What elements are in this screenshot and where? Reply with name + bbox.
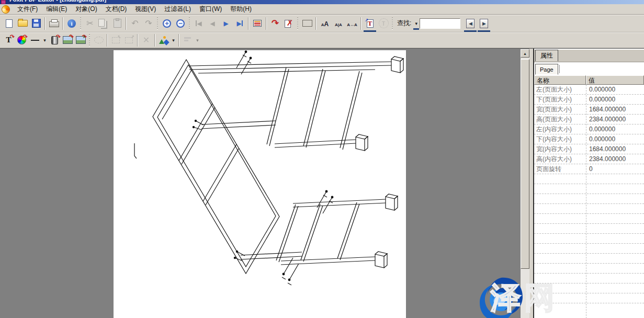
find-previous-button[interactable]: ◀ bbox=[464, 17, 477, 30]
font-size-icon: AA bbox=[321, 19, 329, 28]
insert-page-button[interactable]: ↷ bbox=[268, 17, 282, 30]
table-row[interactable]: 宽(内容大小)1684.000000 bbox=[534, 144, 644, 154]
column-header-name[interactable]: 名称 bbox=[534, 75, 586, 85]
menu-view[interactable]: 视图(V) bbox=[131, 4, 160, 15]
table-row[interactable]: 下(页面大小)0.000000 bbox=[534, 95, 644, 105]
hatch-tool-button[interactable] bbox=[300, 17, 314, 30]
next-page-button[interactable]: ▶ bbox=[219, 17, 233, 30]
property-name: 下(内容大小) bbox=[536, 135, 572, 144]
empty-row bbox=[534, 264, 644, 274]
find-next-button[interactable]: ▶ bbox=[477, 17, 491, 30]
red-arrow-icon: ↷ bbox=[82, 34, 87, 40]
text-caret bbox=[134, 143, 137, 158]
blue-arrow-icon: ↗ bbox=[365, 18, 369, 22]
copy-button[interactable] bbox=[97, 17, 110, 30]
table-header: 名称 值 bbox=[534, 75, 644, 85]
delete-x-icon: ✕ bbox=[143, 36, 150, 44]
circle-T-icon: T bbox=[379, 18, 389, 28]
delete-object-button[interactable]: ✕ bbox=[140, 34, 153, 47]
align-button[interactable] bbox=[181, 34, 194, 47]
table-row[interactable]: 宽(页面大小)1684.000000 bbox=[534, 105, 644, 115]
zoom-in-icon: + bbox=[163, 19, 171, 28]
document-page[interactable] bbox=[114, 50, 406, 318]
menu-help[interactable]: 帮助(H) bbox=[226, 4, 256, 15]
delete-page-button[interactable]: ✗ bbox=[282, 17, 296, 30]
transform-cw-button[interactable] bbox=[122, 34, 135, 47]
table-row[interactable]: 高(内容大小)2384.000000 bbox=[534, 154, 644, 164]
page-layout-button[interactable] bbox=[251, 17, 264, 30]
property-name: 高(页面大小) bbox=[536, 115, 572, 124]
shapes-dropdown[interactable]: ▾ bbox=[170, 36, 177, 45]
toolbar-standard: i ✂ ↶ ↷ + − ◀ ◀ ▶ ▶ ↷ ✗ AA A|A A↔A T↗ T … bbox=[0, 15, 644, 32]
menu-document[interactable]: 文档(D) bbox=[101, 4, 131, 15]
table-row[interactable]: 下(内容大小)0.000000 bbox=[534, 134, 644, 144]
kerning-button[interactable]: A|A bbox=[332, 17, 345, 30]
menu-filter[interactable]: 过滤器(L) bbox=[160, 4, 195, 15]
scroll-up-button[interactable]: ▲ bbox=[521, 49, 529, 58]
find-input[interactable] bbox=[420, 18, 460, 29]
shading-object-button[interactable]: ↷ bbox=[48, 34, 61, 47]
lasso-icon bbox=[94, 37, 104, 43]
find-dropdown-button[interactable]: ▾ bbox=[413, 19, 420, 28]
tab-divider bbox=[559, 65, 560, 73]
paste-button[interactable] bbox=[110, 17, 124, 30]
info-icon: i bbox=[67, 19, 76, 28]
table-row[interactable]: 左(内容大小)0.000000 bbox=[534, 124, 644, 134]
table-row[interactable]: 左(页面大小)0.000000 bbox=[534, 85, 644, 95]
line-style-dropdown[interactable]: ▾ bbox=[41, 36, 48, 45]
add-text-button[interactable]: T↗ bbox=[363, 17, 377, 30]
info-button[interactable]: i bbox=[65, 17, 78, 30]
transform-ccw-button[interactable] bbox=[109, 34, 122, 47]
print-button[interactable] bbox=[47, 17, 61, 30]
column-divider bbox=[586, 85, 587, 318]
red-arrow-icon: ↷ bbox=[69, 34, 74, 40]
red-arrow-icon: ↷ bbox=[23, 34, 28, 40]
up-arrow-icon: ▲ bbox=[523, 52, 527, 55]
shapes-button[interactable] bbox=[157, 34, 170, 47]
prev-page-button[interactable]: ◀ bbox=[206, 17, 219, 30]
menu-edit[interactable]: 编辑(E) bbox=[42, 4, 71, 15]
undo-button[interactable]: ↶ bbox=[128, 17, 142, 30]
zoom-out-button[interactable]: − bbox=[174, 17, 187, 30]
edit-image-button[interactable]: ↷ bbox=[61, 34, 74, 47]
font-size-button[interactable]: AA bbox=[318, 17, 332, 30]
redo-button[interactable]: ↷ bbox=[142, 17, 155, 30]
zoom-in-button[interactable]: + bbox=[160, 17, 174, 30]
lasso-select-button[interactable] bbox=[92, 34, 105, 47]
scrollbar-thumb[interactable] bbox=[521, 59, 529, 269]
empty-row bbox=[534, 254, 644, 264]
empty-row bbox=[534, 234, 644, 244]
add-text-object-button[interactable]: T↷ bbox=[2, 34, 15, 47]
replace-image-button[interactable]: ↷ bbox=[74, 34, 87, 47]
cut-button[interactable]: ✂ bbox=[83, 17, 97, 30]
spacing-button[interactable]: A↔A bbox=[345, 17, 359, 30]
line-icon bbox=[31, 40, 39, 41]
column-header-value[interactable]: 值 bbox=[586, 75, 644, 85]
text-rotate-button[interactable]: T bbox=[377, 17, 390, 30]
save-floppy-icon bbox=[32, 19, 41, 28]
document-icon[interactable] bbox=[2, 5, 10, 14]
table-row[interactable]: 页面旋转0 bbox=[534, 164, 644, 174]
table-row[interactable]: 高(页面大小)2384.000000 bbox=[534, 115, 644, 124]
first-page-button[interactable]: ◀ bbox=[192, 17, 206, 30]
color-object-button[interactable]: ↷ bbox=[15, 34, 28, 47]
new-button[interactable] bbox=[2, 17, 16, 30]
spacing-icon: A↔A bbox=[347, 19, 357, 28]
open-button[interactable] bbox=[16, 17, 29, 30]
last-page-icon: ▶ bbox=[236, 20, 242, 27]
menu-window[interactable]: 窗口(W) bbox=[195, 4, 226, 15]
page-tab[interactable]: Page bbox=[535, 64, 558, 75]
menu-object[interactable]: 对象(O) bbox=[71, 4, 101, 15]
properties-tab[interactable]: 属性 bbox=[535, 50, 558, 61]
align-dropdown[interactable]: ▾ bbox=[194, 36, 201, 45]
property-name: 宽(内容大小) bbox=[536, 145, 572, 154]
next-page-icon: ▶ bbox=[223, 20, 228, 27]
find-label: 查找: bbox=[397, 19, 411, 28]
save-button[interactable] bbox=[29, 17, 43, 30]
property-value: 2384.000000 bbox=[589, 116, 626, 123]
menu-file[interactable]: 文件(F) bbox=[13, 4, 42, 15]
red-arrow-icon: ↷ bbox=[56, 34, 61, 40]
kerning-icon: A|A bbox=[335, 19, 342, 28]
last-page-button[interactable]: ▶ bbox=[233, 17, 246, 30]
line-style-button[interactable] bbox=[28, 34, 41, 47]
